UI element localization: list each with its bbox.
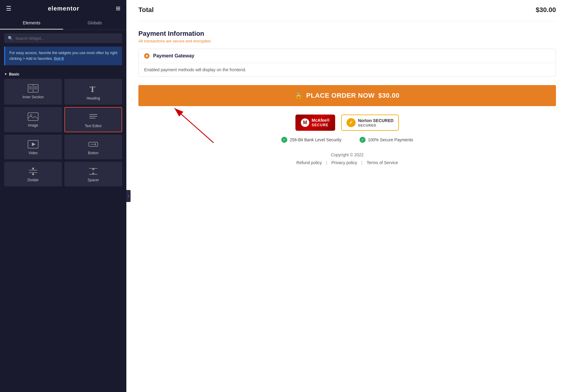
total-label: Total xyxy=(138,6,154,14)
widget-spacer-label: Spacer xyxy=(88,178,99,182)
terms-link[interactable]: Terms of Service xyxy=(363,160,402,165)
svg-text:T: T xyxy=(90,84,95,94)
secure-text: All transactions are secure and encrypte… xyxy=(138,39,556,43)
search-icon: 🔍 xyxy=(8,36,13,41)
spacer-icon xyxy=(88,167,99,176)
widget-video[interactable]: Video xyxy=(4,135,62,159)
widget-inner-section[interactable]: Inner Section xyxy=(4,79,62,105)
payment-gateway-box: Payment Gateway Enabled payment methods … xyxy=(138,49,556,77)
widget-heading[interactable]: T Heading xyxy=(64,79,122,105)
check-green-2: ✓ xyxy=(360,137,366,143)
video-icon xyxy=(28,140,39,149)
security-text-1: 256-Bit Bank Level Security xyxy=(290,137,341,142)
gateway-body: Enabled payment methods will display on … xyxy=(139,63,556,76)
divider-icon xyxy=(28,167,39,176)
widget-heading-label: Heading xyxy=(87,96,100,100)
hamburger-icon[interactable]: ☰ xyxy=(6,5,11,12)
search-bar: 🔍 xyxy=(4,33,122,43)
tip-box: For easy access, favorite the widgets yo… xyxy=(4,47,122,65)
tabs-row: Elements Globals xyxy=(0,17,126,30)
text-editor-icon xyxy=(88,112,98,121)
norton-badge: ✓ Norton SECURED SECURED xyxy=(341,115,399,131)
total-row: Total $30.00 xyxy=(138,0,556,21)
svg-marker-19 xyxy=(32,168,34,170)
inner-section-icon xyxy=(28,84,39,93)
norton-icon: ✓ xyxy=(347,118,356,127)
got-it-link[interactable]: Got It xyxy=(54,57,64,61)
privacy-link[interactable]: Privacy policy xyxy=(327,160,361,165)
security-text-2: 100% Secure Payments xyxy=(368,137,413,142)
widget-video-label: Video xyxy=(29,151,38,155)
grid-icon[interactable]: ⊞ xyxy=(116,5,120,12)
mcafee-text: McAfee® SECURE xyxy=(312,118,330,128)
button-icon xyxy=(88,140,99,149)
section-title: Basic xyxy=(9,72,20,76)
widget-divider-label: Divider xyxy=(27,178,39,182)
widget-image-label: Image xyxy=(28,123,38,127)
footer-links: Refund policy | Privacy policy | Terms o… xyxy=(138,160,556,165)
mcafee-icon: M xyxy=(301,118,309,127)
widget-button-label: Button xyxy=(88,151,99,155)
search-input[interactable] xyxy=(15,36,119,41)
security-item-2: ✓ 100% Secure Payments xyxy=(360,137,413,143)
mcafee-badge: M McAfee® SECURE xyxy=(295,115,335,131)
place-order-button[interactable]: 🔒 PLACE ORDER NOW $30.00 xyxy=(138,85,556,106)
payment-info-title: Payment Information xyxy=(138,30,556,38)
svg-rect-9 xyxy=(28,113,38,121)
elementor-logo: elementor xyxy=(48,5,79,12)
widget-text-editor[interactable]: Text Editor xyxy=(64,107,122,132)
tab-elements[interactable]: Elements xyxy=(0,17,63,29)
widget-image[interactable]: Image xyxy=(4,107,62,132)
widget-inner-section-label: Inner Section xyxy=(23,95,44,99)
check-green-1: ✓ xyxy=(281,137,287,143)
section-arrow: ▼ xyxy=(4,72,7,76)
refund-link[interactable]: Refund policy xyxy=(292,160,326,165)
copyright-text: Copyright © 2022 xyxy=(138,152,556,157)
widget-divider[interactable]: Divider xyxy=(4,162,62,186)
widget-button[interactable]: Button xyxy=(64,135,122,159)
place-order-amount: $30.00 xyxy=(378,92,399,100)
svg-marker-21 xyxy=(32,173,34,175)
gateway-header: Payment Gateway xyxy=(139,49,556,63)
image-icon xyxy=(28,112,39,121)
tab-globals[interactable]: Globals xyxy=(63,17,126,29)
security-badges: M McAfee® SECURE ✓ Norton SECURED SECURE… xyxy=(138,115,556,131)
heading-icon: T xyxy=(88,84,98,94)
gateway-body-text: Enabled payment methods will display on … xyxy=(144,67,246,72)
lock-icon: 🔒 xyxy=(295,92,303,99)
gateway-title: Payment Gateway xyxy=(153,53,194,59)
total-amount: $30.00 xyxy=(536,6,556,14)
svg-marker-15 xyxy=(32,142,36,146)
panel-collapse-handle[interactable]: ‹ xyxy=(126,190,131,202)
gateway-radio[interactable] xyxy=(144,53,150,59)
widget-spacer[interactable]: Spacer xyxy=(64,162,122,186)
left-panel: ☰ elementor ⊞ Elements Globals 🔍 For eas… xyxy=(0,0,126,392)
right-panel: Total $30.00 Payment Information All tra… xyxy=(126,0,568,392)
widget-text-editor-label: Text Editor xyxy=(85,124,102,128)
panel-header: ☰ elementor ⊞ xyxy=(0,0,126,17)
security-features: ✓ 256-Bit Bank Level Security ✓ 100% Sec… xyxy=(138,137,556,143)
basic-section-label[interactable]: ▼ Basic xyxy=(0,69,126,79)
security-item-1: ✓ 256-Bit Bank Level Security xyxy=(281,137,341,143)
footer-section: Copyright © 2022 Refund policy | Privacy… xyxy=(138,152,556,165)
place-order-label: PLACE ORDER NOW xyxy=(306,92,375,100)
norton-text: Norton SECURED SECURED xyxy=(358,118,394,127)
widgets-grid: Inner Section T Heading xyxy=(0,79,126,191)
